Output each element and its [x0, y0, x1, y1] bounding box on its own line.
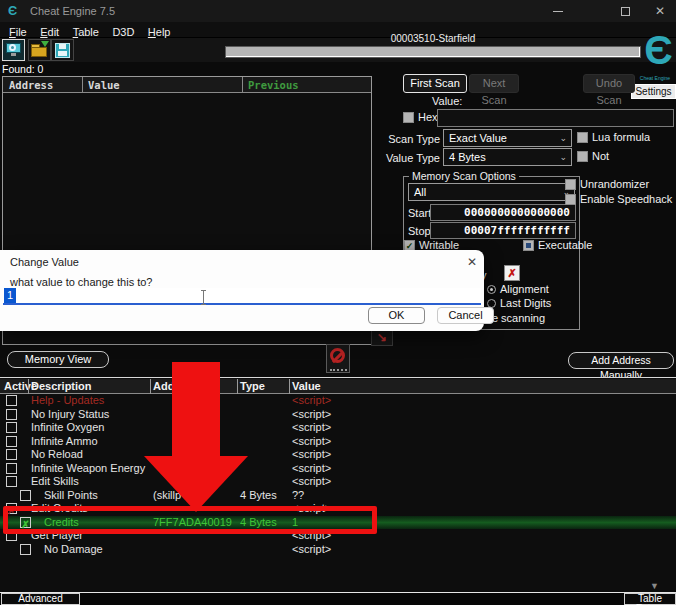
close-icon[interactable]: ✕	[652, 3, 668, 19]
arrow-icon	[41, 41, 49, 47]
title-bar: Є Cheat Engine 7.5 ✕	[0, 0, 676, 22]
row-description: Help - Updates	[31, 394, 104, 408]
dialog-close-icon[interactable]: ✕	[463, 253, 481, 271]
table-row[interactable]: Infinite Oxygen <script>	[0, 421, 676, 435]
scan-region-dropdown[interactable]: All ⌄	[408, 183, 575, 201]
settings-button[interactable]: Settings	[631, 84, 676, 99]
maximize-icon[interactable]	[621, 7, 630, 16]
add-selected-addresses-button[interactable]: ↘	[371, 329, 393, 346]
minimize-icon[interactable]	[553, 11, 563, 12]
table-row[interactable]: Edit Skills <script>	[0, 475, 676, 489]
row-description: Infinite Weapon Energy	[31, 462, 145, 476]
menu-edit[interactable]: Edit	[40, 26, 59, 38]
row-value: <script>	[292, 448, 331, 462]
alignment-label: Alignment	[500, 283, 549, 295]
scan-type-dropdown[interactable]: Exact Value ⌄	[443, 129, 572, 147]
active-checkbox[interactable]	[6, 436, 17, 447]
row-description: No Damage	[44, 543, 103, 557]
table-row[interactable]: No Injury Status <script>	[0, 408, 676, 422]
selected-value-text: 1	[4, 288, 16, 303]
executable-label: Executable	[538, 239, 592, 251]
table-row[interactable]: Infinite Ammo <script>	[0, 435, 676, 449]
add-address-manually-button[interactable]: Add Address Manually	[568, 352, 674, 369]
active-checkbox[interactable]	[6, 422, 17, 433]
row-value: <script>	[292, 543, 331, 557]
alignment-radio[interactable]	[487, 285, 496, 294]
menu-file[interactable]: File	[9, 26, 27, 38]
window-title: Cheat Engine 7.5	[30, 5, 115, 17]
table-row[interactable]: Help - Updates <script>	[0, 394, 676, 408]
active-checkbox[interactable]	[6, 395, 17, 406]
lua-formula-checkbox[interactable]	[577, 132, 588, 143]
cheat-engine-window: Є Cheat Engine 7.5 ✕ File Edit Table D3D…	[0, 0, 676, 605]
cheat-table-header: Active Description Address Type Value	[0, 379, 676, 394]
text-cursor-icon	[200, 290, 207, 305]
col-description[interactable]: Description	[31, 380, 92, 392]
table-extras-button[interactable]: Table Extras	[624, 593, 676, 605]
table-row[interactable]: No Reload <script>	[0, 448, 676, 462]
annotation-arrow-head	[144, 456, 248, 512]
row-value: <script>	[292, 408, 331, 422]
logo-caption: Cheat Engine	[634, 75, 676, 81]
row-value: <script>	[292, 475, 331, 489]
row-value: <script>	[292, 462, 331, 476]
table-row[interactable]: Infinite Weapon Energy <script>	[0, 462, 676, 476]
row-description: No Injury Status	[31, 408, 109, 422]
active-checkbox[interactable]	[6, 449, 17, 460]
found-col-value[interactable]: Value	[88, 79, 120, 91]
row-description: Infinite Ammo	[31, 435, 98, 449]
last-digits-label: Last Digits	[500, 297, 551, 309]
enable-speedhack-checkbox[interactable]	[565, 194, 576, 205]
stop-address-input[interactable]: 00007fffffffffff	[430, 222, 576, 239]
cheat-engine-logo-icon: Є	[641, 26, 676, 76]
chevron-down-icon: ⌄	[559, 130, 567, 146]
scan-value-input[interactable]	[437, 109, 674, 127]
open-table-button[interactable]	[28, 39, 51, 61]
scan-progress-bar	[225, 46, 641, 58]
app-logo-icon: Є	[8, 3, 17, 18]
no-entry-icon	[330, 348, 345, 363]
save-table-button[interactable]	[51, 39, 74, 61]
cancel-button[interactable]: Cancel	[437, 307, 494, 324]
col-type[interactable]: Type	[240, 380, 265, 392]
no-entry-icon-button[interactable]	[326, 344, 350, 373]
value-type-label: Value Type	[383, 152, 440, 164]
lua-formula-label: Lua formula	[592, 131, 650, 143]
menu-help[interactable]: Help	[148, 26, 171, 38]
executable-checkbox[interactable]	[523, 240, 534, 251]
advanced-options-button[interactable]: Advanced Options	[1, 593, 80, 605]
found-col-address[interactable]: Address	[9, 79, 53, 91]
ok-button[interactable]: OK	[368, 307, 425, 324]
value-type-dropdown[interactable]: 4 Bytes ⌄	[443, 148, 572, 166]
active-checkbox[interactable]	[20, 544, 31, 555]
annotation-highlight-rectangle	[3, 506, 377, 534]
table-row[interactable]: No Damage <script>	[0, 543, 676, 557]
scrollbar-down-icon[interactable]: ▼	[650, 581, 659, 591]
magnifier-icon	[9, 44, 16, 51]
row-value: <script>	[292, 394, 331, 408]
active-checkbox[interactable]	[20, 490, 31, 501]
menu-table[interactable]: Table	[73, 26, 99, 38]
found-count-label: Found: 0	[2, 63, 43, 75]
memory-view-button[interactable]: Memory View	[7, 351, 109, 368]
active-checkbox[interactable]	[6, 409, 17, 420]
row-description: No Reload	[31, 448, 83, 462]
first-scan-button[interactable]: First Scan	[403, 74, 467, 93]
undo-scan-button[interactable]: Undo Scan	[583, 74, 635, 93]
next-scan-button[interactable]: Next Scan	[469, 74, 519, 93]
hex-checkbox[interactable]	[403, 112, 414, 123]
select-process-button[interactable]	[2, 39, 25, 61]
col-value[interactable]: Value	[292, 380, 321, 392]
row-value: <script>	[292, 435, 331, 449]
not-checkbox[interactable]	[577, 151, 588, 162]
dialog-title: Change Value	[10, 256, 79, 268]
new-value-input[interactable]: 1	[3, 288, 481, 303]
bottom-bar	[0, 593, 676, 605]
found-col-previous[interactable]: Previous	[248, 79, 299, 91]
active-checkbox[interactable]	[6, 476, 17, 487]
unrandomizer-checkbox[interactable]	[565, 179, 576, 190]
menu-d3d[interactable]: D3D	[112, 26, 134, 38]
active-checkbox[interactable]	[6, 463, 17, 474]
table-row[interactable]: Skill Points (skillp 4 Bytes ??	[0, 489, 676, 503]
start-address-input[interactable]: 0000000000000000	[430, 204, 576, 221]
